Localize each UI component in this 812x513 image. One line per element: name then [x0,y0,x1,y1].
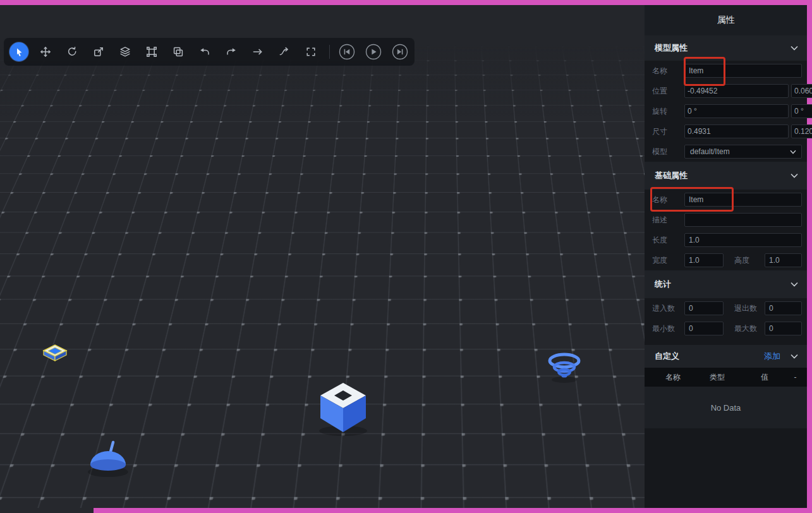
size-y-input[interactable] [791,124,812,138]
arrow-tool-button[interactable] [248,42,267,61]
skip-start-button[interactable] [339,44,355,60]
section-title-basic: 基础属性 [655,170,791,181]
position-label: 位置 [652,86,684,97]
chevron-down-icon[interactable] [791,282,798,287]
model-name-label: 名称 [652,66,684,76]
model-select-value: default/Item [690,147,730,156]
rotation-y-input[interactable] [791,104,812,118]
redo-button[interactable] [222,42,241,61]
position-row: 位置 [645,81,807,101]
model-name-input[interactable] [684,64,802,78]
duplicate-icon [173,46,184,57]
section-header-stats[interactable]: 统计 [645,270,807,298]
duplicate-tool-button[interactable] [169,42,188,61]
export-tool-button[interactable] [89,42,108,61]
col-type-header: 类型 [694,372,741,383]
play-button[interactable] [365,44,382,60]
min-count-input[interactable] [684,322,724,335]
add-custom-property-button[interactable]: 添加 [764,351,780,362]
group-select-icon [146,46,157,57]
col-value-header: 值 [741,372,789,383]
size-x-input[interactable] [684,124,789,138]
move-tool-button[interactable] [36,42,55,61]
move-icon [40,46,51,57]
size-row: 尺寸 [645,121,807,142]
section-header-model-props[interactable]: 模型属性 [645,35,807,61]
panel-title: 属性 [645,5,807,35]
max-count-input[interactable] [765,322,802,335]
length-row: 长度 [645,230,807,250]
undo-icon [199,46,210,57]
section-header-basic-props[interactable]: 基础属性 [645,162,807,190]
toolbar-divider [329,45,330,59]
skip-forward-icon [392,44,408,60]
viewport-bottom-edge [0,508,94,513]
rotate-tool-button[interactable] [63,42,82,61]
rotate-icon [66,46,78,57]
height-label: 高度 [734,255,765,266]
model-select[interactable]: default/Item [684,145,802,159]
rotation-x-input[interactable] [684,104,789,118]
basic-name-input[interactable] [684,193,802,207]
enter-count-input[interactable] [684,301,724,315]
basic-name-row: 名称 [645,190,807,210]
section-title-stats: 统计 [655,279,791,290]
skip-forward-button[interactable] [392,44,408,60]
layers-tool-button[interactable] [116,42,135,61]
curve-path-icon [279,46,290,57]
model-name-row: 名称 [645,61,807,81]
redo-icon [226,46,237,57]
description-row: 描述 [645,210,807,230]
properties-panel: 属性 模型属性 名称 位置 旋转 尺寸 [645,5,807,508]
chevron-down-icon[interactable] [791,354,798,359]
max-count-label: 最大数 [734,323,765,334]
select-tool-button[interactable] [9,42,28,61]
section-title-custom: 自定义 [655,351,764,362]
position-y-input[interactable] [791,84,812,98]
min-count-label: 最小数 [652,323,684,334]
min-max-row: 最小数 最大数 [645,318,807,339]
length-input[interactable] [684,233,802,247]
panel-empty-area [645,428,807,508]
width-label: 宽度 [652,255,684,266]
enter-exit-row: 进入数 退出数 [645,298,807,318]
width-input[interactable] [684,253,724,267]
play-icon [365,44,382,60]
position-x-input[interactable] [684,84,789,98]
enter-count-label: 进入数 [652,303,684,314]
width-height-row: 宽度 高度 [645,250,807,270]
fullscreen-button[interactable] [301,42,320,61]
col-name-header: 名称 [652,372,694,383]
model-row: 模型 default/Item [645,142,807,162]
blue-spiral[interactable] [544,352,585,386]
exit-count-label: 退出数 [734,303,765,314]
rotation-row: 旋转 [645,101,807,121]
selected-flat-box[interactable] [40,342,70,365]
exit-count-input[interactable] [765,301,802,315]
length-label: 长度 [652,235,684,246]
blue-cube[interactable] [314,379,372,437]
path-tool-button[interactable] [275,42,294,61]
col-action-header: - [789,373,802,382]
fullscreen-icon [305,46,317,57]
chevron-down-icon[interactable] [791,173,798,178]
section-header-custom[interactable]: 自定义 添加 [645,345,807,368]
export-box-icon [93,46,104,57]
height-input[interactable] [765,253,802,267]
rotation-label: 旋转 [652,106,684,117]
group-tool-button[interactable] [142,42,161,61]
section-gap [645,339,807,345]
chevron-down-icon [790,150,796,154]
blue-dome[interactable] [85,439,131,480]
description-input[interactable] [684,213,802,227]
straight-arrow-icon [252,46,264,57]
viewport-toolbar [4,38,415,66]
undo-button[interactable] [195,42,214,61]
layers-icon [119,46,131,57]
size-label: 尺寸 [652,126,684,137]
viewport-canvas[interactable] [0,5,645,508]
chevron-down-icon[interactable] [791,45,798,51]
skip-start-icon [339,44,355,60]
basic-name-label: 名称 [652,195,684,205]
cursor-icon [14,47,24,57]
